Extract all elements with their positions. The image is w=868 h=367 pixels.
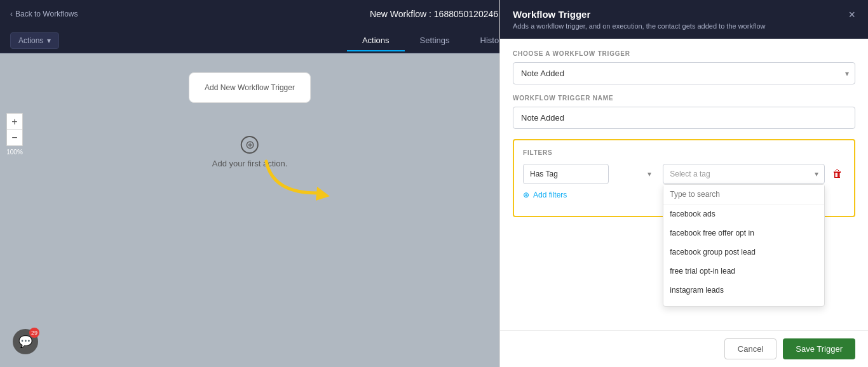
panel-header: Workflow Trigger Adds a workflow trigger… [500, 0, 868, 39]
back-link[interactable]: ‹ Back to Workflows [10, 10, 78, 18]
workflow-title: New Workflow : 1688050120246 [370, 9, 498, 19]
actions-button[interactable]: Actions ▾ [10, 32, 59, 49]
panel-subtitle: Adds a workflow trigger, and on executio… [513, 22, 765, 30]
actions-label: Actions [18, 36, 43, 45]
back-link-label: Back to Workflows [15, 10, 78, 18]
panel-title: Workflow Trigger [513, 9, 765, 20]
panel-body: CHOOSE A WORKFLOW TRIGGER Note Added Tag… [500, 39, 868, 53]
tab-settings[interactable]: Settings [405, 30, 465, 51]
back-arrow-icon: ‹ [10, 10, 13, 18]
tab-actions[interactable]: Actions [347, 30, 405, 51]
actions-dropdown-icon: ▾ [47, 36, 51, 45]
choose-trigger-label: CHOOSE A WORKFLOW TRIGGER [513, 50, 855, 53]
panel-close-button[interactable]: × [848, 9, 855, 20]
workflow-trigger-panel: Workflow Trigger Adds a workflow trigger… [499, 0, 868, 53]
